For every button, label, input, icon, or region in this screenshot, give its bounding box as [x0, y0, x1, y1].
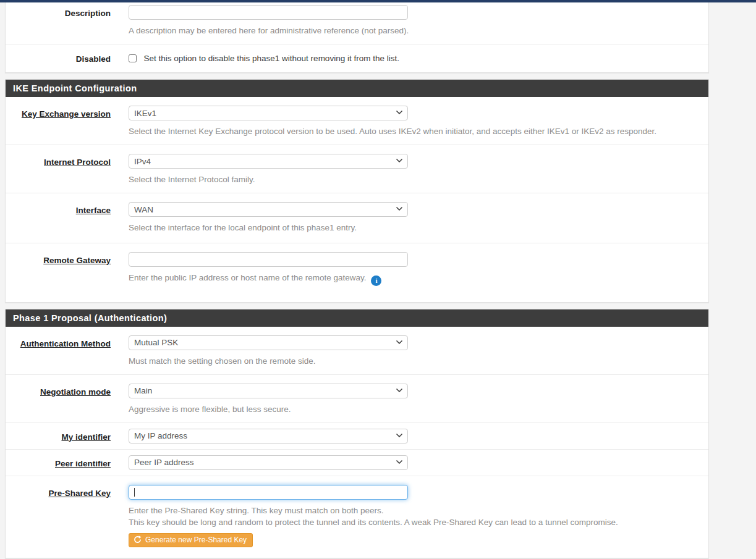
pre-shared-key-input[interactable] [129, 485, 408, 500]
disabled-checkbox-row: Set this option to disable this phase1 w… [129, 53, 399, 63]
key-exchange-select[interactable]: IKEv1 [129, 106, 408, 120]
row-disabled: Disabled Set this option to disable this… [6, 44, 708, 72]
key-exchange-label: Key Exchange version [22, 109, 111, 119]
description-help: A description may be entered here for ad… [129, 26, 708, 35]
pre-shared-key-label: Pre-Shared Key [48, 489, 111, 498]
row-internet-protocol: Internet Protocol IPv4 Select the Intern… [6, 145, 708, 193]
interface-help: Select the interface for the local endpo… [129, 223, 708, 232]
negotiation-mode-select[interactable]: Main [129, 384, 408, 398]
disabled-checkbox-text: Set this option to disable this phase1 w… [143, 54, 399, 63]
pre-shared-key-help-line1: Enter the Pre-Shared Key string. This ke… [129, 505, 708, 517]
my-identifier-label: My identifier [61, 432, 111, 442]
authentication-method-label: Authentication Method [20, 339, 111, 348]
my-identifier-select[interactable]: My IP address [129, 429, 408, 443]
disabled-checkbox[interactable] [129, 54, 137, 62]
text-cursor [134, 488, 135, 497]
remote-gateway-help: Enter the public IP address or host name… [129, 273, 708, 286]
info-icon[interactable]: i [371, 275, 381, 286]
row-pre-shared-key: Pre-Shared Key Enter the Pre-Shared Key … [6, 476, 708, 558]
negotiation-mode-help: Aggressive is more flexible, but less se… [129, 405, 708, 414]
internet-protocol-select[interactable]: IPv4 [129, 154, 408, 169]
row-remote-gateway: Remote Gateway Enter the public IP addre… [6, 243, 708, 302]
panel-phase1-authentication: Phase 1 Proposal (Authentication) Authen… [5, 309, 709, 558]
panel-general: Description A description may be entered… [5, 2, 709, 73]
description-label: Description [65, 9, 111, 18]
peer-identifier-label: Peer identifier [55, 459, 111, 468]
interface-select[interactable]: WAN [129, 202, 408, 217]
row-peer-identifier: Peer identifier Peer IP address [6, 450, 708, 476]
row-description: Description A description may be entered… [6, 4, 708, 44]
negotiation-mode-label: Negotiation mode [40, 387, 111, 397]
row-my-identifier: My identifier My IP address [6, 423, 708, 450]
remote-gateway-input[interactable] [129, 252, 408, 267]
row-key-exchange: Key Exchange version IKEv1 Select the In… [6, 97, 708, 145]
row-interface: Interface WAN Select the interface for t… [6, 193, 708, 243]
internet-protocol-label: Internet Protocol [44, 158, 111, 167]
section-title-ike: IKE Endpoint Configuration [6, 80, 708, 97]
disabled-label: Disabled [76, 54, 111, 64]
pre-shared-key-help: Enter the Pre-Shared Key string. This ke… [129, 505, 708, 529]
interface-label: Interface [76, 206, 111, 215]
remote-gateway-label: Remote Gateway [43, 256, 111, 265]
panel-ike-endpoint: IKE Endpoint Configuration Key Exchange … [5, 79, 709, 303]
key-exchange-help: Select the Internet Key Exchange protoco… [129, 127, 708, 136]
settings-form: Description A description may be entered… [5, 2, 709, 559]
generate-psk-button-label: Generate new Pre-Shared Key [145, 536, 247, 544]
generate-psk-button[interactable]: Generate new Pre-Shared Key [129, 533, 253, 547]
description-input[interactable] [129, 5, 408, 20]
section-title-authentication: Phase 1 Proposal (Authentication) [6, 309, 708, 327]
internet-protocol-help: Select the Internet Protocol family. [129, 175, 708, 184]
pre-shared-key-help-line2: This key should be long and random to pr… [129, 516, 708, 529]
authentication-method-select[interactable]: Mutual PSK [129, 335, 408, 350]
refresh-icon [134, 536, 142, 544]
peer-identifier-select[interactable]: Peer IP address [129, 455, 408, 470]
authentication-method-help: Must match the setting chosen on the rem… [129, 356, 708, 366]
row-negotiation-mode: Negotiation mode Main Aggressive is more… [6, 375, 708, 423]
row-authentication-method: Authentication Method Mutual PSK Must ma… [6, 327, 708, 375]
